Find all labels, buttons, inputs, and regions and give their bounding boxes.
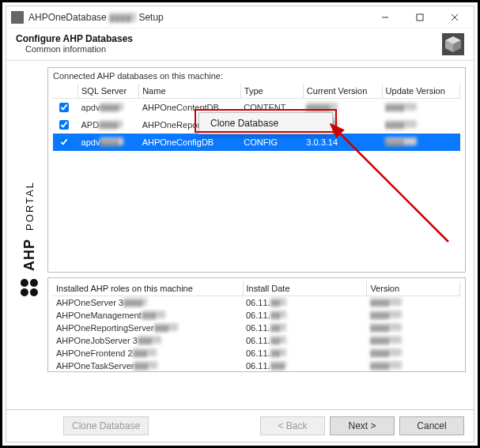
row-checkbox[interactable] xyxy=(59,103,69,112)
minimize-button[interactable] xyxy=(368,7,403,28)
cell-install-date: 06.11.▮▮ xyxy=(243,296,367,310)
row-checkbox[interactable] xyxy=(59,120,69,130)
cell-role-name: AHPOneManagement▮▮▮ xyxy=(53,309,243,322)
window-title-blur: ▮▮▮▮ xyxy=(109,13,136,22)
cell-install-date: 06.11.▮▮ xyxy=(243,347,367,360)
cell-version: ▮▮▮▮ xyxy=(367,309,460,322)
setup-window: AHPOneDatabase ▮▮▮▮ Setup Configure AHP … xyxy=(6,6,474,442)
cell-server: apdv▮▮▮▮ xyxy=(78,134,139,151)
roles-panel: Installed AHP roles on this machineInsta… xyxy=(47,277,466,372)
next-button[interactable]: Next > xyxy=(330,416,395,435)
cell-update-version: ▮▮▮▮ xyxy=(382,116,459,134)
cell-version: ▮▮▮▮ xyxy=(367,296,460,310)
cell-type: CONFIG xyxy=(240,134,303,151)
databases-col-header[interactable] xyxy=(53,84,78,99)
cell-version: ▮▮▮▮ xyxy=(367,360,460,372)
cell-version: ▮▮▮▮ xyxy=(367,347,460,360)
roles-col-header[interactable]: Install Date xyxy=(243,281,367,296)
table-row[interactable]: AHPOneReportingServer▮▮▮06.11.▮▮▮▮▮▮ xyxy=(53,322,460,334)
databases-col-header[interactable]: Name xyxy=(139,84,241,99)
databases-panel-label: Connected AHP databases on this machine: xyxy=(53,71,460,81)
databases-col-header[interactable]: Type xyxy=(240,84,303,99)
brand-sidebar: AHP PORTAL xyxy=(11,67,47,409)
cell-role-name: AHPOneFrontend 2▮▮▮ xyxy=(53,347,243,360)
row-checkbox[interactable] xyxy=(59,137,69,147)
page-subtitle: Common information xyxy=(25,44,442,54)
cell-current-version: 3.0.3.14 xyxy=(303,134,382,151)
wizard-header: Configure AHP Databases Common informati… xyxy=(6,28,474,61)
window-title-suffix: Setup xyxy=(138,12,163,23)
wizard-footer: Clone Database < Back Next > Cancel xyxy=(6,409,474,442)
cell-version: ▮▮▮▮ xyxy=(367,322,460,334)
roles-panel-label[interactable]: Installed AHP roles on this machine xyxy=(53,281,243,296)
cancel-button[interactable]: Cancel xyxy=(399,416,464,435)
databases-panel: Connected AHP databases on this machine:… xyxy=(47,67,466,273)
table-row[interactable]: AHPOneTaskServer▮▮▮06.11.▮▮▮▮▮▮▮ xyxy=(53,360,460,372)
page-title: Configure AHP Databases xyxy=(16,33,442,44)
titlebar: AHPOneDatabase ▮▮▮▮ Setup xyxy=(6,6,474,28)
table-row[interactable]: apdv▮▮▮▮AHPOneConfigDBCONFIG3.0.3.14▮▮▮▮ xyxy=(53,134,460,151)
roles-table: Installed AHP roles on this machineInsta… xyxy=(53,281,460,372)
table-row[interactable]: AHPOneFrontend 2▮▮▮06.11.▮▮▮▮▮▮ xyxy=(53,347,460,360)
cell-name: AHPOneConfigDB xyxy=(139,134,241,151)
databases-col-header[interactable]: SQL Server xyxy=(78,84,139,99)
context-clone-database[interactable]: Clone Database xyxy=(199,113,332,134)
window-title-prefix: AHPOneDatabase xyxy=(28,12,107,23)
cell-role-name: AHPOneJobServer 3▮▮▮ xyxy=(53,334,243,347)
cell-install-date: 06.11.▮▮ xyxy=(243,334,367,347)
cell-update-version: ▮▮▮▮ xyxy=(382,99,459,117)
cell-update-version: ▮▮▮▮ xyxy=(382,134,459,151)
databases-col-header[interactable]: Current Version xyxy=(303,84,382,99)
cell-version: ▮▮▮▮ xyxy=(367,334,460,347)
app-icon xyxy=(11,11,24,24)
cell-install-date: 06.11.▮▮ xyxy=(243,322,367,334)
brand-bold: AHP xyxy=(21,238,38,270)
cell-role-name: AHPOneServer 3▮▮▮▮ xyxy=(53,296,243,310)
cell-role-name: AHPOneTaskServer▮▮▮ xyxy=(53,360,243,372)
maximize-button[interactable] xyxy=(403,7,437,28)
cell-install-date: 06.11.▮▮▮ xyxy=(243,360,367,372)
clone-database-button[interactable]: Clone Database xyxy=(63,416,149,435)
databases-col-header[interactable]: Update Version xyxy=(382,84,459,99)
table-row[interactable]: AHPOneServer 3▮▮▮▮06.11.▮▮▮▮▮▮ xyxy=(53,296,460,310)
cell-role-name: AHPOneReportingServer▮▮▮ xyxy=(53,322,243,334)
brand-light: PORTAL xyxy=(24,181,36,231)
cell-server: apdv▮▮▮▮ xyxy=(78,99,139,117)
svg-rect-1 xyxy=(417,14,423,21)
back-button[interactable]: < Back xyxy=(260,416,325,435)
context-menu[interactable]: Clone Database xyxy=(198,112,333,134)
header-icon xyxy=(442,33,464,55)
cell-server: APD▮▮▮▮ xyxy=(78,116,139,134)
brand-dots-icon xyxy=(21,278,38,296)
cell-install-date: 06.11.▮▮ xyxy=(243,309,367,322)
roles-col-header[interactable]: Version xyxy=(367,281,460,296)
table-row[interactable]: AHPOneJobServer 3▮▮▮06.11.▮▮▮▮▮▮ xyxy=(53,334,460,347)
close-button[interactable] xyxy=(437,7,472,28)
table-row[interactable]: AHPOneManagement▮▮▮06.11.▮▮▮▮▮▮ xyxy=(53,309,460,322)
